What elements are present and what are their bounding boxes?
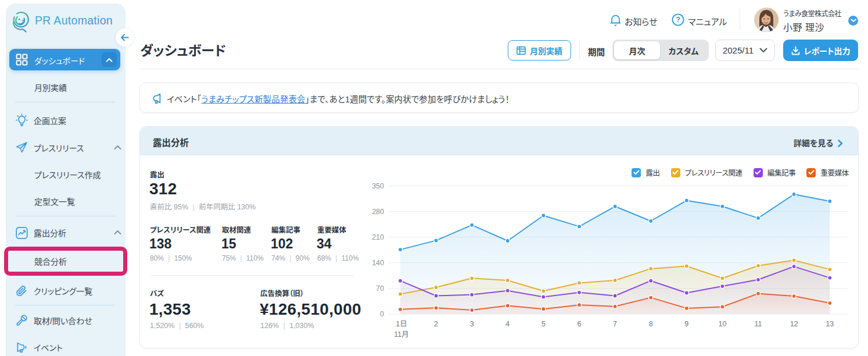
svg-text:11月: 11月 [394,330,408,339]
svg-text:7: 7 [613,320,617,328]
svg-text:70: 70 [376,284,384,293]
svg-text:4: 4 [505,320,510,328]
svg-text:280: 280 [372,208,384,216]
svg-text:12: 12 [790,320,798,328]
svg-text:8: 8 [649,320,653,328]
svg-text:140: 140 [372,259,384,267]
svg-text:?: ? [676,16,680,24]
svg-text:5: 5 [541,320,546,328]
svg-text:11: 11 [755,320,762,328]
svg-text:9: 9 [684,320,688,328]
svg-text:2: 2 [434,320,438,328]
svg-text:1日: 1日 [396,320,407,328]
svg-text:PR Automation: PR Automation [35,14,113,27]
svg-text:3: 3 [470,320,474,328]
svg-text:10: 10 [718,320,726,328]
svg-text:210: 210 [372,233,384,241]
svg-text:13: 13 [826,320,834,328]
svg-text:350: 350 [372,182,384,190]
svg-text:6: 6 [578,320,582,328]
svg-text:0: 0 [380,310,384,318]
